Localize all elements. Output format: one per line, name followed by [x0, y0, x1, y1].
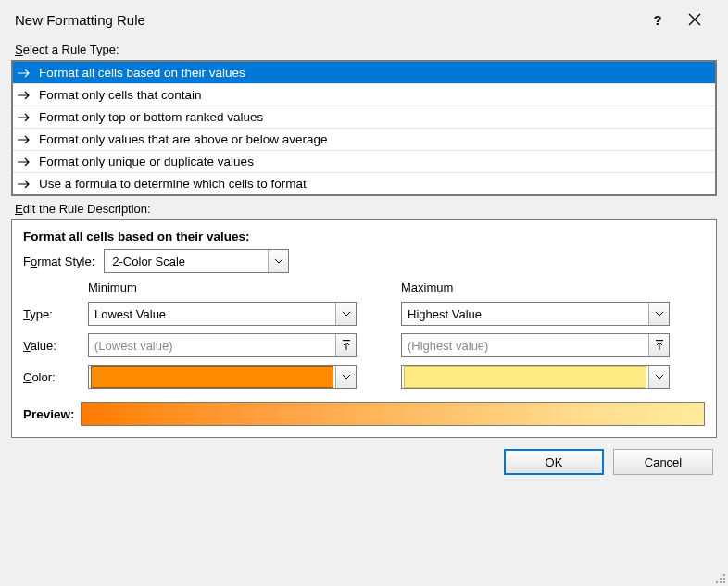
rule-type-text: Format only unique or duplicate values [39, 155, 254, 168]
edit-description-label: Edit the Rule Description: [15, 202, 719, 216]
rule-type-item[interactable]: Format only unique or duplicate values [13, 151, 715, 173]
arrow-icon [17, 69, 31, 78]
min-value-placeholder: (Lowest value) [89, 339, 335, 353]
min-type-select[interactable]: Lowest Value [88, 302, 357, 326]
rule-type-text: Format only top or bottom ranked values [39, 110, 263, 124]
rule-type-text: Format only cells that contain [39, 88, 202, 102]
svg-point-2 [723, 574, 725, 576]
max-value-placeholder: (Highest value) [402, 339, 648, 353]
rule-type-text: Use a formula to determine which cells t… [39, 177, 307, 191]
max-color-swatch [404, 366, 646, 388]
chevron-down-icon [335, 303, 356, 325]
range-selector-button[interactable] [648, 334, 669, 356]
rule-type-text: Format only values that are above or bel… [39, 132, 327, 146]
chevron-down-icon [268, 250, 288, 272]
rule-type-item[interactable]: Format only cells that contain [13, 84, 715, 106]
svg-rect-1 [656, 340, 663, 341]
type-label: Type: [23, 307, 88, 321]
range-selector-button[interactable] [335, 334, 356, 356]
dialog-title: New Formatting Rule [15, 12, 145, 28]
select-rule-type-label: Select a Rule Type: [15, 43, 719, 56]
arrow-icon [17, 135, 31, 144]
titlebar: New Formatting Rule ? [9, 9, 719, 37]
min-value-input[interactable]: (Lowest value) [88, 333, 357, 357]
resize-grip[interactable] [713, 571, 726, 584]
rule-type-item[interactable]: Format all cells based on their values [13, 62, 715, 84]
rule-type-list[interactable]: Format all cells based on their values F… [11, 60, 717, 196]
max-type-value: Highest Value [402, 307, 648, 321]
resize-grip-icon [713, 571, 726, 584]
rule-description-box: Format all cells based on their values: … [11, 219, 717, 438]
max-type-select[interactable]: Highest Value [401, 302, 670, 326]
svg-point-3 [720, 578, 722, 580]
description-header: Format all cells based on their values: [23, 230, 705, 243]
max-value-input[interactable]: (Highest value) [401, 333, 670, 357]
collapse-icon [341, 340, 352, 351]
svg-point-5 [716, 581, 718, 583]
chevron-down-icon [335, 366, 356, 388]
format-style-label: Format Style: [23, 255, 94, 268]
rule-type-item[interactable]: Format only top or bottom ranked values [13, 106, 715, 129]
close-button[interactable] [676, 6, 713, 33]
cancel-button[interactable]: Cancel [613, 449, 713, 475]
chevron-down-icon [648, 303, 669, 325]
minimum-header: Minimum [88, 281, 357, 294]
chevron-down-icon [648, 366, 669, 388]
min-color-swatch [91, 366, 333, 388]
collapse-icon [654, 340, 665, 351]
min-color-select[interactable] [88, 365, 357, 389]
rule-type-text: Format all cells based on their values [39, 66, 245, 80]
arrow-icon [17, 113, 31, 122]
new-formatting-rule-dialog: New Formatting Rule ? Select a Rule Type… [0, 0, 728, 586]
arrow-icon [17, 91, 31, 100]
value-label: Value: [23, 339, 88, 353]
max-color-select[interactable] [401, 365, 670, 389]
min-type-value: Lowest Value [89, 307, 335, 321]
color-label: Color: [23, 370, 88, 384]
svg-point-6 [720, 581, 722, 583]
format-style-select[interactable]: 2-Color Scale [104, 249, 289, 273]
svg-rect-0 [343, 340, 350, 341]
rule-type-item[interactable]: Format only values that are above or bel… [13, 129, 715, 151]
format-style-value: 2-Color Scale [112, 255, 185, 268]
preview-label: Preview: [23, 407, 75, 421]
help-button[interactable]: ? [639, 6, 676, 33]
svg-point-4 [723, 578, 725, 580]
maximum-header: Maximum [401, 281, 670, 294]
close-icon [688, 13, 701, 26]
dialog-buttons: OK Cancel [9, 438, 719, 475]
arrow-icon [17, 180, 31, 189]
rule-type-item[interactable]: Use a formula to determine which cells t… [13, 173, 715, 194]
svg-point-7 [723, 581, 725, 583]
ok-button[interactable]: OK [504, 449, 604, 475]
preview-gradient [81, 402, 705, 426]
arrow-icon [17, 157, 31, 167]
